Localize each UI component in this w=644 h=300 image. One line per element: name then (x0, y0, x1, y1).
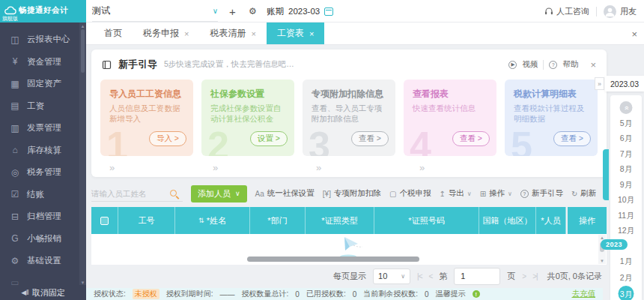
view-button[interactable]: 查看 > (351, 131, 389, 146)
operations-dropdown[interactable]: ⊞操作∨ (480, 188, 512, 199)
sidebar-scrollbar[interactable]: ▲ ▼ (79, 22, 86, 286)
scroll-up-icon[interactable]: ▲ (79, 24, 86, 28)
sidebar-item-archive[interactable]: ⊟归档管理 (0, 206, 86, 228)
newbie-guide-button[interactable]: ?新手引导 (520, 188, 563, 199)
sidebar-item-inventory[interactable]: ⌂库存核算 (0, 140, 86, 162)
special-deduction-button[interactable]: [¥]专项附加扣除 (323, 188, 381, 199)
sidebar-item-tax[interactable]: ◎税务管理 (0, 161, 86, 184)
tab-salary-sheet[interactable]: 工资表× (267, 22, 324, 44)
column-header-id-number[interactable]: *证照号码 (374, 207, 479, 234)
income-tax-filing-button[interactable]: ▢个税申报 (389, 188, 431, 199)
settings-button[interactable]: ⚙ (249, 0, 257, 22)
drawer-handle[interactable] (603, 149, 609, 200)
recharge-link[interactable]: 去充值 (572, 289, 596, 299)
sidebar-nav: ◫云报表中心 ¥资金管理 ▦固定资产 ▤工资 ▥发票管理 ⌂库存核算 ◎税务管理… (0, 22, 86, 294)
help-link[interactable]: 帮助 (562, 59, 578, 70)
month-item-feb[interactable]: 2月 (610, 273, 642, 284)
add-personnel-button[interactable]: 添加人员 ∨ (191, 185, 247, 202)
column-header-operations[interactable]: 操作 (568, 207, 607, 234)
tab-tax-register[interactable]: 税表清册× (199, 22, 266, 44)
sidebar-item-settings[interactable]: ⚙基础设置 (0, 250, 86, 272)
column-header-id-type[interactable]: *证照类型 (306, 207, 374, 234)
close-icon[interactable]: × (251, 29, 255, 38)
setup-button[interactable]: 设置 > (250, 131, 288, 146)
search-input[interactable] (91, 189, 168, 198)
prev-page-button[interactable]: < (429, 272, 433, 280)
close-icon[interactable]: × (184, 29, 189, 38)
user-menu[interactable]: 用友 (604, 5, 637, 18)
view-button[interactable]: 查看 > (553, 131, 591, 146)
tab-tax-filing[interactable]: 税务申报× (133, 22, 199, 44)
month-item-may[interactable]: 5月 (610, 118, 642, 129)
chevron-down-icon: ∨ (508, 190, 512, 197)
sidebar-item-closing[interactable]: ☑结账 (0, 184, 86, 206)
select-all-checkbox[interactable] (100, 217, 109, 225)
unpin-sidebar-button[interactable]: ◀‖ 取消固定 (0, 285, 86, 300)
close-icon[interactable]: × (309, 29, 314, 38)
divider (596, 7, 597, 16)
export-dropdown[interactable]: ↥导出∨ (439, 188, 471, 199)
step-expand-icon[interactable]: » (109, 162, 115, 173)
calendar-icon[interactable] (324, 8, 333, 16)
month-item-mar-active[interactable]: 3月 (610, 290, 642, 300)
scroll-months-up-button[interactable]: » (620, 101, 633, 114)
step-expand-icon[interactable]: » (419, 162, 425, 173)
column-header-employee-id[interactable]: 工号 (118, 207, 175, 234)
month-item-dec[interactable]: 12月 (610, 226, 642, 236)
step-number: 2 (207, 126, 229, 156)
sidebar-item-funds[interactable]: ¥资金管理 (0, 51, 86, 74)
table-header: 工号 ⇅*姓名 *部门 *证照类型 *证照号码 国籍（地区） *人员 操作 (91, 207, 607, 234)
sidebar-item-cloud-reports[interactable]: ◫云报表中心 (0, 28, 86, 51)
settings-icon: ⚙ (10, 256, 20, 266)
column-header-department[interactable]: *部门 (250, 207, 306, 234)
month-item-oct[interactable]: 10月 (610, 195, 642, 206)
add-account-button[interactable]: + (229, 0, 236, 22)
month-item-jan[interactable]: 1月 (610, 256, 642, 267)
scroll-down-icon[interactable]: ▼ (598, 259, 606, 263)
month-item-jun[interactable]: 6月 (610, 134, 642, 144)
next-page-button[interactable]: > (522, 272, 526, 280)
sidebar-item-fixed-assets[interactable]: ▦固定资产 (0, 73, 86, 95)
tab-home[interactable]: 首页 (94, 22, 133, 44)
month-item-aug[interactable]: 8月 (610, 164, 642, 175)
column-header-name[interactable]: ⇅*姓名 (175, 207, 250, 234)
horizontal-scrollbar[interactable] (247, 256, 419, 262)
guide-links: ▶ 视频 ? 帮助 × (508, 59, 596, 70)
headset-icon (544, 7, 553, 16)
close-guide-icon[interactable]: × (590, 59, 596, 70)
company-select[interactable]: 测试 ∨ (92, 0, 218, 22)
tip-label: 温馨提示 (436, 289, 466, 299)
last-page-button[interactable]: >| (532, 272, 537, 280)
help-icon: ? (549, 61, 557, 69)
support-button[interactable]: 人工咨询 (544, 6, 589, 17)
collapse-rail-button[interactable]: » (595, 77, 604, 90)
scrollbar-thumb[interactable] (81, 29, 85, 73)
support-label: 人工咨询 (556, 6, 589, 17)
first-page-button[interactable]: |< (417, 272, 422, 280)
month-item-sep[interactable]: 9月 (610, 180, 642, 190)
per-page-select[interactable]: 10 ∨ (373, 268, 410, 284)
sidebar-item-invoices[interactable]: ▥发票管理 (0, 117, 86, 140)
column-header-personnel[interactable]: *人员 (536, 207, 566, 234)
month-item-jul[interactable]: 7月 (610, 149, 642, 160)
used-label: 已用授权数: (306, 289, 346, 299)
step-expand-icon[interactable]: » (213, 162, 218, 173)
close-all-tabs-button[interactable]: × (631, 22, 637, 45)
view-button[interactable]: 查看 > (452, 131, 490, 146)
video-link[interactable]: 视频 (522, 59, 538, 70)
import-button[interactable]: 导入 > (149, 131, 186, 146)
refresh-button[interactable]: ↻刷新 (571, 188, 596, 199)
sidebar-item-salary[interactable]: ▤工资 (0, 95, 86, 118)
sort-icon[interactable]: ⇅ (198, 217, 204, 224)
column-header-nationality[interactable]: 国籍（地区） (479, 207, 536, 234)
search-icon[interactable] (170, 190, 177, 196)
guide-step-special-deduction: 专项附加扣除信息 查看、导入员工专项附加扣除信息 3 查看 > (303, 80, 395, 156)
sidebar-item-reimburse[interactable]: G小畅报销 (0, 228, 86, 250)
page-number-input[interactable] (454, 268, 500, 285)
unified-social-security-button[interactable]: Aa统一社保设置 (255, 188, 315, 199)
info-dot-icon[interactable]: ! (473, 290, 480, 298)
step-expand-icon[interactable]: » (316, 162, 321, 173)
chevron-down-icon: ∨ (235, 190, 240, 197)
sidebar-item-label: 固定资产 (27, 78, 61, 89)
month-item-nov[interactable]: 11月 (610, 211, 642, 221)
